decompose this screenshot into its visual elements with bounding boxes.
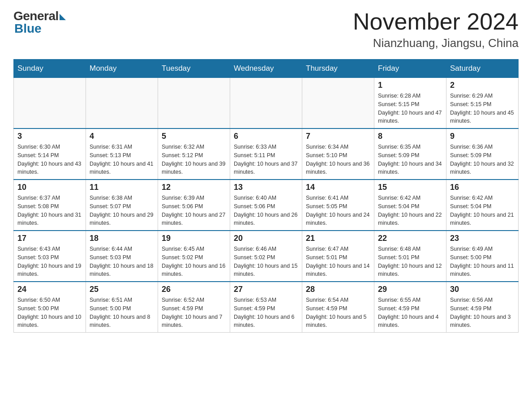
week-row-0: 1Sunrise: 6:28 AMSunset: 5:15 PMDaylight… [14, 78, 519, 129]
day-info: Sunrise: 6:48 AMSunset: 5:01 PMDaylight:… [378, 245, 442, 278]
calendar-cell [230, 78, 302, 129]
day-info: Sunrise: 6:44 AMSunset: 5:03 PMDaylight:… [90, 245, 154, 278]
calendar-cell: 11Sunrise: 6:38 AMSunset: 5:07 PMDayligh… [86, 180, 158, 231]
day-number: 28 [306, 285, 370, 294]
calendar-cell: 9Sunrise: 6:36 AMSunset: 5:09 PMDaylight… [446, 128, 519, 180]
day-number: 5 [162, 132, 226, 141]
logo-arrow-icon [60, 14, 66, 20]
weekday-header-saturday: Saturday [446, 60, 519, 78]
day-number: 6 [234, 132, 298, 141]
weekday-header-friday: Friday [374, 60, 446, 78]
day-info: Sunrise: 6:36 AMSunset: 5:09 PMDaylight:… [450, 143, 515, 176]
week-row-4: 24Sunrise: 6:50 AMSunset: 5:00 PMDayligh… [14, 282, 519, 333]
logo: General Blue [13, 9, 66, 36]
day-info: Sunrise: 6:55 AMSunset: 4:59 PMDaylight:… [378, 296, 442, 330]
day-info: Sunrise: 6:47 AMSunset: 5:01 PMDaylight:… [306, 245, 370, 278]
day-info: Sunrise: 6:53 AMSunset: 4:59 PMDaylight:… [234, 296, 298, 330]
calendar-cell: 20Sunrise: 6:46 AMSunset: 5:02 PMDayligh… [230, 231, 302, 282]
calendar-cell: 2Sunrise: 6:29 AMSunset: 5:15 PMDaylight… [446, 78, 519, 129]
calendar-cell: 3Sunrise: 6:30 AMSunset: 5:14 PMDaylight… [14, 128, 86, 180]
calendar-cell: 27Sunrise: 6:53 AMSunset: 4:59 PMDayligh… [230, 282, 302, 333]
day-number: 22 [378, 234, 442, 243]
day-number: 2 [450, 81, 515, 90]
week-row-3: 17Sunrise: 6:43 AMSunset: 5:03 PMDayligh… [14, 231, 519, 282]
location-title: Nianzhuang, Jiangsu, China [353, 36, 519, 50]
day-number: 10 [17, 183, 82, 192]
day-info: Sunrise: 6:32 AMSunset: 5:12 PMDaylight:… [162, 143, 226, 176]
calendar-cell: 26Sunrise: 6:52 AMSunset: 4:59 PMDayligh… [158, 282, 230, 333]
day-info: Sunrise: 6:52 AMSunset: 4:59 PMDaylight:… [162, 296, 226, 330]
calendar-cell: 7Sunrise: 6:34 AMSunset: 5:10 PMDaylight… [302, 128, 374, 180]
weekday-header-sunday: Sunday [14, 60, 86, 78]
calendar-cell: 18Sunrise: 6:44 AMSunset: 5:03 PMDayligh… [86, 231, 158, 282]
calendar-cell: 10Sunrise: 6:37 AMSunset: 5:08 PMDayligh… [14, 180, 86, 231]
day-number: 4 [90, 132, 154, 141]
calendar-cell: 29Sunrise: 6:55 AMSunset: 4:59 PMDayligh… [374, 282, 446, 333]
day-number: 16 [450, 183, 515, 192]
calendar-cell: 23Sunrise: 6:49 AMSunset: 5:00 PMDayligh… [446, 231, 519, 282]
calendar-cell: 22Sunrise: 6:48 AMSunset: 5:01 PMDayligh… [374, 231, 446, 282]
day-info: Sunrise: 6:42 AMSunset: 5:04 PMDaylight:… [378, 194, 442, 227]
day-info: Sunrise: 6:40 AMSunset: 5:06 PMDaylight:… [234, 194, 298, 227]
calendar-cell [158, 78, 230, 129]
day-info: Sunrise: 6:37 AMSunset: 5:08 PMDaylight:… [17, 194, 82, 227]
day-number: 20 [234, 234, 298, 243]
day-info: Sunrise: 6:28 AMSunset: 5:15 PMDaylight:… [378, 92, 442, 125]
day-info: Sunrise: 6:30 AMSunset: 5:14 PMDaylight:… [17, 143, 82, 176]
day-info: Sunrise: 6:56 AMSunset: 4:59 PMDaylight:… [450, 296, 515, 330]
calendar-cell: 14Sunrise: 6:41 AMSunset: 5:05 PMDayligh… [302, 180, 374, 231]
day-number: 27 [234, 285, 298, 294]
calendar-cell: 30Sunrise: 6:56 AMSunset: 4:59 PMDayligh… [446, 282, 519, 333]
week-row-1: 3Sunrise: 6:30 AMSunset: 5:14 PMDaylight… [14, 128, 519, 180]
day-info: Sunrise: 6:35 AMSunset: 5:09 PMDaylight:… [378, 143, 442, 176]
day-info: Sunrise: 6:45 AMSunset: 5:02 PMDaylight:… [162, 245, 226, 278]
day-number: 14 [306, 183, 370, 192]
calendar-cell [14, 78, 86, 129]
day-number: 19 [162, 234, 226, 243]
day-number: 24 [17, 285, 82, 294]
day-info: Sunrise: 6:34 AMSunset: 5:10 PMDaylight:… [306, 143, 370, 176]
day-info: Sunrise: 6:50 AMSunset: 5:00 PMDaylight:… [17, 296, 82, 330]
title-block: November 2024 Nianzhuang, Jiangsu, China [353, 9, 519, 50]
day-info: Sunrise: 6:43 AMSunset: 5:03 PMDaylight:… [17, 245, 82, 278]
calendar-cell: 5Sunrise: 6:32 AMSunset: 5:12 PMDaylight… [158, 128, 230, 180]
calendar-cell: 28Sunrise: 6:54 AMSunset: 4:59 PMDayligh… [302, 282, 374, 333]
day-number: 7 [306, 132, 370, 141]
logo-blue-text: Blue [14, 21, 42, 36]
day-number: 8 [378, 132, 442, 141]
calendar-cell [86, 78, 158, 129]
week-row-2: 10Sunrise: 6:37 AMSunset: 5:08 PMDayligh… [14, 180, 519, 231]
calendar-cell: 8Sunrise: 6:35 AMSunset: 5:09 PMDaylight… [374, 128, 446, 180]
calendar-cell: 19Sunrise: 6:45 AMSunset: 5:02 PMDayligh… [158, 231, 230, 282]
calendar-cell: 17Sunrise: 6:43 AMSunset: 5:03 PMDayligh… [14, 231, 86, 282]
day-number: 29 [378, 285, 442, 294]
calendar-cell: 25Sunrise: 6:51 AMSunset: 5:00 PMDayligh… [86, 282, 158, 333]
day-number: 30 [450, 285, 515, 294]
day-number: 3 [17, 132, 82, 141]
day-info: Sunrise: 6:51 AMSunset: 5:00 PMDaylight:… [90, 296, 154, 330]
calendar-cell: 24Sunrise: 6:50 AMSunset: 5:00 PMDayligh… [14, 282, 86, 333]
day-info: Sunrise: 6:33 AMSunset: 5:11 PMDaylight:… [234, 143, 298, 176]
calendar-cell: 15Sunrise: 6:42 AMSunset: 5:04 PMDayligh… [374, 180, 446, 231]
day-number: 26 [162, 285, 226, 294]
day-number: 15 [378, 183, 442, 192]
calendar-cell: 16Sunrise: 6:42 AMSunset: 5:04 PMDayligh… [446, 180, 519, 231]
day-number: 9 [450, 132, 515, 141]
weekday-header-wednesday: Wednesday [230, 60, 302, 78]
calendar-cell [302, 78, 374, 129]
day-number: 1 [378, 81, 442, 90]
day-info: Sunrise: 6:49 AMSunset: 5:00 PMDaylight:… [450, 245, 515, 278]
calendar-cell: 4Sunrise: 6:31 AMSunset: 5:13 PMDaylight… [86, 128, 158, 180]
day-number: 17 [17, 234, 82, 243]
day-number: 25 [90, 285, 154, 294]
calendar-cell: 1Sunrise: 6:28 AMSunset: 5:15 PMDaylight… [374, 78, 446, 129]
day-info: Sunrise: 6:42 AMSunset: 5:04 PMDaylight:… [450, 194, 515, 227]
weekday-header-row: SundayMondayTuesdayWednesdayThursdayFrid… [14, 60, 519, 78]
day-number: 23 [450, 234, 515, 243]
day-number: 13 [234, 183, 298, 192]
calendar-cell: 21Sunrise: 6:47 AMSunset: 5:01 PMDayligh… [302, 231, 374, 282]
day-number: 21 [306, 234, 370, 243]
calendar-table: SundayMondayTuesdayWednesdayThursdayFrid… [13, 59, 519, 333]
day-info: Sunrise: 6:38 AMSunset: 5:07 PMDaylight:… [90, 194, 154, 227]
day-number: 12 [162, 183, 226, 192]
